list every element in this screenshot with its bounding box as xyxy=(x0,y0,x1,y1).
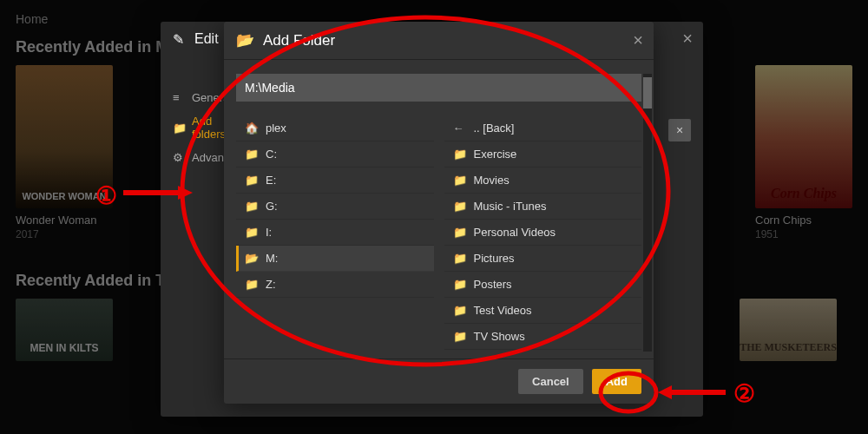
scrollbar-thumb[interactable] xyxy=(643,77,652,108)
folder-item[interactable]: ←.. [Back] xyxy=(444,115,642,141)
add-button[interactable]: Add xyxy=(592,369,641,394)
path-input-wrap xyxy=(236,74,641,102)
folder-item-label: plex xyxy=(266,122,286,135)
folder-item-label: E: xyxy=(266,174,276,187)
folder-icon: 📁 xyxy=(453,174,465,187)
folder-item-label: Test Videos xyxy=(474,304,532,317)
drive-list: 🏠plex📁C:📁E:📁G:📁I:📂M:📁Z: xyxy=(236,115,434,362)
folder-icon: 📁 xyxy=(453,304,465,317)
gear-icon: ⚙ xyxy=(173,151,185,164)
folder-icon: 📁 xyxy=(245,226,257,239)
folder-item-label: TV Shows xyxy=(474,330,525,343)
folder-item[interactable]: 📁TV Shows xyxy=(444,324,642,350)
add-folder-footer: Cancel Add xyxy=(224,358,654,404)
folder-item-label: G: xyxy=(266,200,278,213)
add-folder-modal: 📂 Add Folder × 🏠plex📁C:📁E:📁G:📁I:📂M:📁Z: ←… xyxy=(224,22,654,404)
folder-item[interactable]: 📁Posters xyxy=(444,272,642,298)
folder-item-label: M: xyxy=(266,252,278,265)
add-folder-header: 📂 Add Folder xyxy=(224,22,654,60)
folder-icon: 📁 xyxy=(453,226,465,239)
folder-item-label: Posters xyxy=(474,278,512,291)
close-icon[interactable]: × xyxy=(682,29,693,49)
folder-item[interactable]: 📁C: xyxy=(236,141,434,168)
folder-path-input[interactable] xyxy=(236,74,641,102)
folder-item[interactable]: 📁I: xyxy=(236,220,434,246)
folder-item[interactable]: 📂M: xyxy=(236,246,434,272)
add-folder-title: Add Folder xyxy=(263,32,335,49)
folder-item-label: Music - iTunes xyxy=(474,200,547,213)
folder-icon: 📁 xyxy=(245,200,257,213)
folder-item-label: Z: xyxy=(266,278,276,291)
cancel-button[interactable]: Cancel xyxy=(518,369,583,394)
back-icon: ← xyxy=(453,122,465,135)
folder-item-label: Personal Videos xyxy=(474,226,556,239)
folder-item[interactable]: 📁Exercise xyxy=(444,141,642,168)
scrollbar-track[interactable] xyxy=(643,74,652,352)
folder-item[interactable]: 📁G: xyxy=(236,194,434,220)
folder-item[interactable]: 📁Music - iTunes xyxy=(444,194,642,220)
folder-item[interactable]: 📁Pictures xyxy=(444,246,642,272)
folder-browser: 🏠plex📁C:📁E:📁G:📁I:📂M:📁Z: ←.. [Back]📁Exerc… xyxy=(224,110,654,362)
folder-icon: 📁 xyxy=(245,278,257,291)
folder-item[interactable]: 📁Test Videos xyxy=(444,298,642,324)
folder-icon: 📁 xyxy=(173,122,185,135)
folder-icon: 📁 xyxy=(245,148,257,161)
folder-item-label: I: xyxy=(266,226,272,239)
pencil-icon: ✎ xyxy=(173,31,184,48)
folder-icon: 📁 xyxy=(453,200,465,213)
close-icon[interactable]: × xyxy=(633,30,643,50)
edit-modal-title: Edit xyxy=(194,31,219,47)
folder-item-label: Movies xyxy=(474,174,510,187)
folder-item[interactable]: 📁E: xyxy=(236,168,434,194)
folder-icon: 📁 xyxy=(453,330,465,343)
list-icon: ≡ xyxy=(173,91,185,104)
folder-item[interactable]: 🏠plex xyxy=(236,115,434,141)
folder-item-label: Exercise xyxy=(474,148,517,161)
folder-item-label: Pictures xyxy=(474,252,515,265)
folder-icon: 📁 xyxy=(453,252,465,265)
home-icon: 🏠 xyxy=(245,122,257,135)
folder-item[interactable]: 📁Personal Videos xyxy=(444,220,642,246)
folder-icon: 📁 xyxy=(453,278,465,291)
folder-open-icon: 📂 xyxy=(236,31,254,49)
folder-icon: 📁 xyxy=(245,174,257,187)
folder-open-icon: 📂 xyxy=(245,252,257,265)
folder-list: ←.. [Back]📁Exercise📁Movies📁Music - iTune… xyxy=(444,115,642,362)
folder-item-label: C: xyxy=(266,148,277,161)
remove-folder-button[interactable]: × xyxy=(668,119,691,141)
folder-item[interactable]: 📁Z: xyxy=(236,272,434,298)
folder-item[interactable]: 📁Movies xyxy=(444,168,642,194)
folder-item-label: .. [Back] xyxy=(474,122,515,135)
folder-icon: 📁 xyxy=(453,148,465,161)
